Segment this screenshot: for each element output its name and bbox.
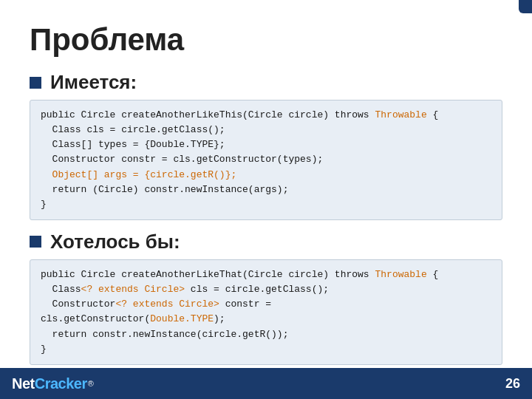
- bullet-square-1: [30, 77, 41, 89]
- slide-title: Проблема: [30, 22, 502, 58]
- footer: NetCracker® 26: [0, 368, 532, 399]
- section-has-label: Имеется:: [50, 71, 137, 94]
- slide: Проблема Имеется: public Circle createAn…: [0, 0, 532, 399]
- code-block-has: public Circle createAnotherLikeThis(Circ…: [30, 100, 502, 220]
- page-number: 26: [505, 376, 520, 392]
- top-accent: [519, 0, 532, 13]
- code-line-1-orange: Object[] args = {circle.getR()};: [52, 169, 237, 180]
- bullet-square-2: [30, 236, 41, 248]
- code-line-1-throwable: Throwable: [375, 109, 426, 120]
- logo-reg: ®: [88, 379, 94, 388]
- section-want-header: Хотелось бы:: [30, 231, 502, 253]
- section-has-header: Имеется:: [30, 71, 502, 94]
- code2-line-1: public Circle createAnotherLikeThat(Circ…: [41, 269, 375, 280]
- logo-net: Net: [12, 375, 35, 392]
- code2-generic2: <? extends Circle>: [115, 299, 219, 310]
- code2-double-type: Double.TYPE: [150, 313, 214, 324]
- footer-logo: NetCracker®: [12, 375, 94, 392]
- code2-throwable: Throwable: [375, 269, 426, 280]
- code-line-1-1: public Circle createAnotherLikeThis(Circ…: [41, 109, 375, 120]
- code2-generic1: <? extends Circle>: [81, 284, 185, 295]
- section-want-label: Хотелось бы:: [50, 231, 180, 253]
- code-block-want: public Circle createAnotherLikeThat(Circ…: [30, 259, 502, 365]
- logo-cracker: Cracker: [35, 375, 87, 392]
- code-line-1-3: return (Circle) constr.newInstance(args)…: [41, 184, 288, 210]
